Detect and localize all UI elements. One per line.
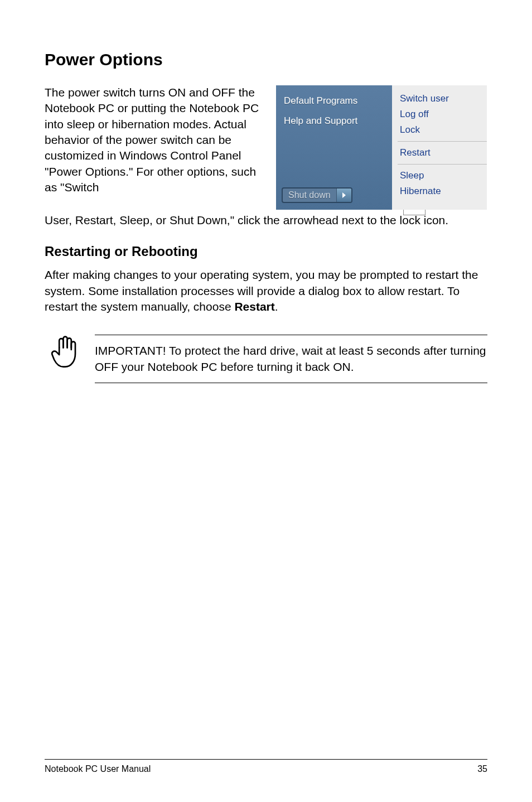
important-callout: IMPORTANT! To protect the hard drive, wa… <box>50 335 487 383</box>
menu-sleep[interactable]: Sleep <box>400 168 487 183</box>
power-context-menu: Switch user Log off Lock Restart Sleep H… <box>392 85 487 210</box>
menu-hibernate[interactable]: Hibernate <box>400 183 487 199</box>
menu-log-off[interactable]: Log off <box>400 107 487 122</box>
screenshot-tab-decoration <box>403 210 425 215</box>
shutdown-split-button[interactable]: Shut down <box>282 187 352 203</box>
footer-page-number: 35 <box>477 764 487 774</box>
shutdown-button[interactable]: Shut down <box>283 189 337 202</box>
page-title: Power Options <box>45 50 487 69</box>
restarting-text-post: . <box>275 300 278 313</box>
footer-manual-title: Notebook PC User Manual <box>45 764 151 774</box>
page-footer: Notebook PC User Manual 35 <box>45 759 487 774</box>
sub-heading: Restarting or Rebooting <box>45 244 487 259</box>
restart-bold: Restart <box>234 300 274 313</box>
callout-text: IMPORTANT! To protect the hard drive, wa… <box>95 335 487 383</box>
chevron-right-icon <box>341 192 347 198</box>
restarting-paragraph: After making changes to your operating s… <box>45 267 487 315</box>
shutdown-arrow-button[interactable] <box>337 189 351 202</box>
hand-icon <box>50 335 80 372</box>
menu-divider <box>398 164 487 165</box>
menu-switch-user[interactable]: Switch user <box>400 91 487 107</box>
menu-restart[interactable]: Restart <box>400 145 487 161</box>
menu-divider <box>398 141 487 142</box>
power-menu-screenshot: Default Programs Help and Support Shut d… <box>275 85 487 210</box>
default-programs-link[interactable]: Default Programs <box>284 95 393 107</box>
menu-lock[interactable]: Lock <box>400 122 487 138</box>
start-panel-left: Default Programs Help and Support Shut d… <box>276 85 393 210</box>
intro-row: The power switch turns ON and OFF the No… <box>45 85 487 210</box>
help-support-link[interactable]: Help and Support <box>284 115 393 127</box>
intro-paragraph-left: The power switch turns ON and OFF the No… <box>45 85 265 210</box>
